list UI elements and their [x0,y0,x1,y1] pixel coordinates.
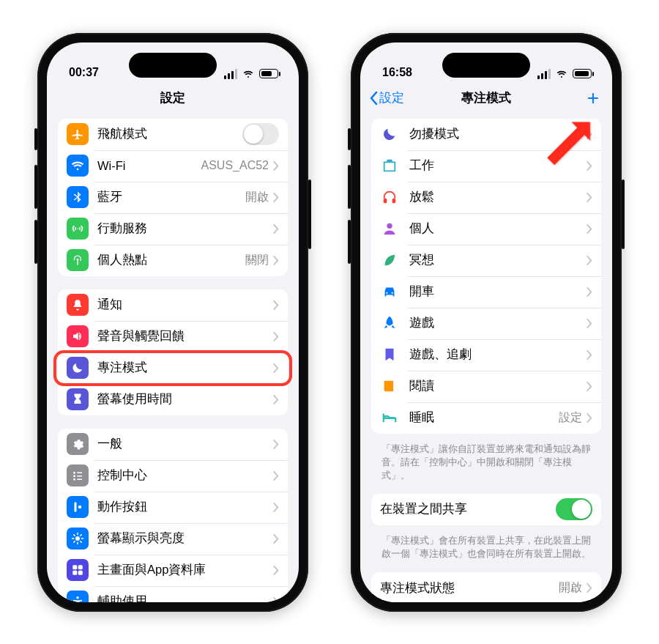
chevron-right-icon [273,597,279,602]
navbar: 設定 專注模式 + [360,82,612,114]
phone-frame-right: 16:58 設定 專注模式 + 勿擾模式 工作 [351,33,622,612]
row-label: 螢幕顯示與亮度 [97,530,273,547]
toggle-share[interactable] [556,498,592,520]
status-time: 00:37 [69,66,99,79]
row-bell[interactable]: 通知 [58,289,288,321]
footer-note-1: 「專注模式」讓你自訂裝置並將來電和通知設為靜音。請在「控制中心」中開啟和關閉「專… [371,440,601,482]
row-bluetooth[interactable]: 藍牙 開啟 [58,182,288,213]
brightness-icon [67,528,89,549]
dynamic-island [442,53,530,78]
bell-icon [67,294,89,316]
chevron-right-icon [587,413,592,423]
row-cellular[interactable]: 行動服務 [58,213,288,245]
row-leaf[interactable]: 冥想 [371,245,601,276]
row-rocket[interactable]: 遊戲 [371,308,601,339]
row-wifi[interactable]: Wi-Fi ASUS_AC52 [58,150,288,182]
row-bed[interactable]: 睡眠 設定 [371,402,601,434]
page-title: 設定 [160,89,185,106]
wifi-icon [555,69,568,79]
row-label: 專注模式 [97,360,273,376]
row-action[interactable]: 動作按鈕 [58,492,288,523]
sound-icon [67,325,89,347]
row-moon[interactable]: 專注模式 [58,352,288,384]
row-label: 控制中心 [97,467,273,484]
moon-icon [67,357,89,379]
back-label: 設定 [379,89,404,106]
row-value: 關閉 [245,253,269,268]
chevron-right-icon [587,287,592,297]
row-book[interactable]: 閱讀 [371,371,601,402]
row-label: 主畫面與App資料庫 [97,562,273,578]
row-value: 開啟 [245,190,269,205]
row-accessibility[interactable]: 輔助使用 [58,586,288,602]
row-label: Wi-Fi [97,159,201,173]
grid-icon [67,559,89,581]
row-focus-status[interactable]: 專注模式狀態 開啟 [371,572,601,602]
group-general: 一般 控制中心 動作按鈕 螢幕顯示與亮度 主畫面與App資料庫 輔助使用 [58,429,288,602]
row-airplane[interactable]: 飛航模式 [58,119,288,150]
row-label: 動作按鈕 [97,499,273,515]
chevron-right-icon [273,363,279,373]
car-icon [380,282,399,301]
footer-note-2: 「專注模式」會在所有裝置上共享，在此裝置上開啟一個「專注模式」也會同時在所有裝置… [371,531,601,560]
group-connectivity: 飛航模式 Wi-Fi ASUS_AC52 藍牙 開啟 行動服務 個人熱點 關閉 [58,119,288,276]
row-hourglass[interactable]: 螢幕使用時間 [58,384,288,415]
chevron-right-icon [273,471,279,481]
row-share-across-devices[interactable]: 在裝置之間共享 [371,494,601,525]
chevron-right-icon [273,300,279,310]
row-label: 個人 [409,221,587,237]
chevron-right-icon [587,256,592,265]
row-grid[interactable]: 主畫面與App資料庫 [58,555,288,586]
leaf-icon [380,251,399,270]
row-label: 通知 [97,297,273,313]
person-icon [380,219,399,238]
row-control[interactable]: 控制中心 [58,460,288,492]
book-icon [380,377,399,396]
row-label: 個人熱點 [97,252,245,268]
row-label: 聲音與觸覺回饋 [97,328,273,344]
row-car[interactable]: 開車 [371,276,601,308]
signal-icon [224,69,237,79]
row-person[interactable]: 個人 [371,213,601,245]
toggle-airplane[interactable] [242,123,279,145]
group-focus-status: 專注模式狀態 開啟 [371,572,601,602]
chevron-right-icon [273,534,279,544]
bed-icon [380,408,399,427]
row-value: 開啟 [559,580,582,596]
red-arrow-annotation [519,114,600,194]
signal-icon [537,69,551,79]
row-brightness[interactable]: 螢幕顯示與亮度 [58,523,288,555]
row-label: 睡眠 [409,410,559,426]
row-bookmark[interactable]: 遊戲、追劇 [371,339,601,371]
row-label: 行動服務 [97,221,273,237]
wifi-icon [242,69,255,79]
phone-frame-left: 00:37 設定 飛航模式 Wi-Fi ASUS_AC52 藍牙 開啟 行動服務 [37,33,308,612]
status-time: 16:58 [382,66,412,79]
headphones-icon [380,188,399,207]
row-sound[interactable]: 聲音與觸覺回饋 [58,321,288,352]
group-share: 在裝置之間共享 [371,494,601,525]
row-hotspot[interactable]: 個人熱點 關閉 [58,245,288,276]
battery-icon [259,69,278,78]
chevron-right-icon [273,161,279,171]
rocket-icon [380,314,399,333]
row-label: 藍牙 [97,189,245,205]
row-value: 設定 [559,410,582,426]
airplane-icon [67,123,89,145]
chevron-right-icon [587,350,592,360]
battery-icon [573,69,592,78]
bluetooth-icon [67,186,89,208]
accessibility-icon [67,591,89,602]
row-label: 專注模式狀態 [380,580,559,596]
action-icon [67,496,89,518]
chevron-right-icon [587,224,592,234]
row-label: 輔助使用 [97,593,273,602]
add-button[interactable]: + [587,82,599,114]
cellular-icon [67,218,89,240]
page-title: 專注模式 [461,89,511,106]
screen-left: 00:37 設定 飛航模式 Wi-Fi ASUS_AC52 藍牙 開啟 行動服務 [47,42,299,602]
group-notifications: 通知 聲音與觸覺回饋 專注模式 螢幕使用時間 [58,289,288,415]
row-gear[interactable]: 一般 [58,429,288,460]
back-button[interactable]: 設定 [369,82,404,114]
chevron-right-icon [273,440,279,449]
